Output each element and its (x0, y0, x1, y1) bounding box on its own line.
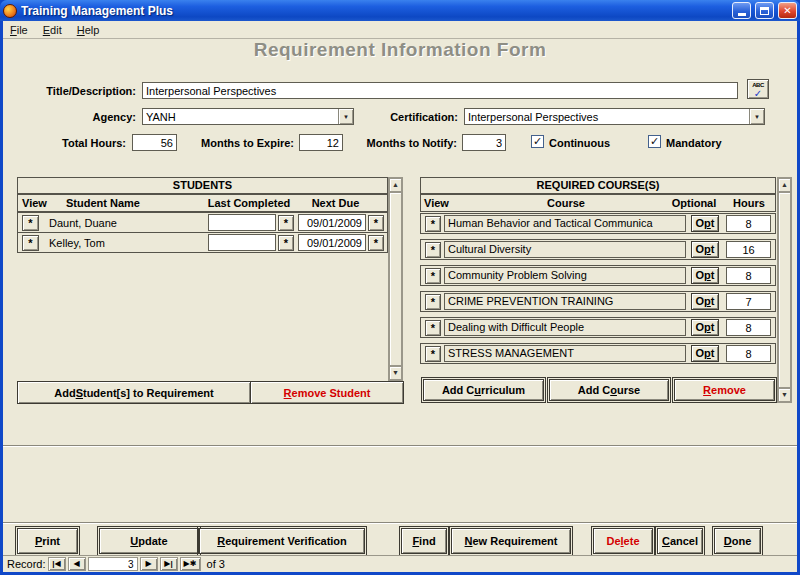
app-window: Training Management Plus ✕ File Edit Hel… (0, 0, 800, 575)
student-view-button[interactable]: * (22, 215, 39, 231)
cancel-button[interactable]: Cancel (657, 528, 703, 554)
certification-combobox[interactable]: Interpersonal Perspectives ▼ (464, 108, 765, 125)
agency-value: YANH (146, 111, 338, 123)
current-record-input[interactable] (88, 557, 138, 571)
course-opt-button[interactable]: Opt (691, 267, 719, 284)
student-next-due-button[interactable]: * (368, 235, 384, 251)
course-hours-input[interactable] (726, 241, 771, 258)
find-button[interactable]: Find (401, 528, 447, 554)
record-navigator: Record: |◀ ◀ ▶ ▶| ▶✱ of 3 (3, 555, 797, 572)
course-row: * Cultural Diversity Opt (420, 239, 776, 260)
course-row: * Human Behavior and Tactical Communica … (420, 213, 776, 234)
students-col-last-completed: Last Completed (193, 197, 305, 209)
menu-bar: File Edit Help (3, 21, 797, 39)
scroll-up-icon[interactable]: ▲ (778, 178, 791, 192)
divider (3, 445, 797, 447)
student-last-completed-button[interactable]: * (278, 215, 294, 231)
courses-scrollbar-thumb[interactable] (778, 192, 791, 388)
course-hours-input[interactable] (726, 267, 771, 284)
course-view-button[interactable]: * (425, 346, 441, 362)
student-last-completed-input[interactable] (208, 214, 276, 231)
agency-label: Agency: (56, 111, 136, 123)
course-row: * CRIME PREVENTION TRAINING Opt (420, 291, 776, 312)
months-to-notify-input[interactable] (462, 134, 506, 151)
close-button[interactable]: ✕ (778, 2, 797, 19)
courses-scrollbar[interactable]: ▲ ▼ (777, 177, 792, 403)
menu-edit[interactable]: Edit (43, 24, 62, 36)
add-course-button[interactable]: Add Course (549, 379, 669, 401)
course-name-field[interactable]: Dealing with Difficult People (444, 319, 686, 336)
certification-dropdown-icon[interactable]: ▼ (749, 109, 764, 124)
print-button[interactable]: Print (17, 528, 78, 554)
continuous-checkbox[interactable]: ✓ (531, 135, 544, 148)
course-hours-input[interactable] (726, 215, 771, 232)
first-record-button[interactable]: |◀ (48, 557, 66, 571)
requirement-verification-button[interactable]: Requirement Verification (199, 528, 365, 554)
previous-record-button[interactable]: ◀ (68, 557, 86, 571)
course-name-field[interactable]: Community Problem Solving (444, 267, 686, 284)
course-view-button[interactable]: * (425, 320, 441, 336)
maximize-button[interactable] (755, 2, 774, 19)
total-hours-input[interactable] (132, 134, 177, 151)
course-row: * Community Problem Solving Opt (420, 265, 776, 286)
student-next-due-input[interactable] (298, 214, 366, 231)
course-hours-input[interactable] (726, 319, 771, 336)
menu-help[interactable]: Help (77, 24, 100, 36)
title-description-input[interactable] (142, 82, 738, 99)
mandatory-checkbox[interactable]: ✓ (648, 135, 661, 148)
new-record-button[interactable]: ▶✱ (180, 557, 201, 571)
window-title: Training Management Plus (21, 4, 728, 18)
delete-button[interactable]: Delete (593, 528, 653, 554)
course-row: * STRESS MANAGEMENT Opt (420, 343, 776, 364)
course-view-button[interactable]: * (425, 268, 441, 284)
last-record-button[interactable]: ▶| (160, 557, 178, 571)
remove-course-button[interactable]: Remove (674, 379, 775, 401)
students-scrollbar-thumb[interactable] (389, 192, 402, 366)
scroll-up-icon[interactable]: ▲ (389, 178, 402, 192)
course-opt-button[interactable]: Opt (691, 215, 719, 232)
course-opt-button[interactable]: Opt (691, 319, 719, 336)
student-last-completed-input[interactable] (208, 234, 276, 251)
course-opt-button[interactable]: Opt (691, 241, 719, 258)
add-students-button[interactable]: Add Student[s] to Requirement (17, 381, 251, 404)
course-name-field[interactable]: STRESS MANAGEMENT (444, 345, 686, 362)
remove-student-button[interactable]: Remove Student (250, 381, 404, 404)
scroll-down-icon[interactable]: ▼ (778, 388, 791, 402)
update-button[interactable]: Update (99, 528, 199, 554)
student-next-due-input[interactable] (298, 234, 366, 251)
spell-check-button[interactable]: ABC ✓ (747, 79, 769, 99)
course-name-field[interactable]: Cultural Diversity (444, 241, 686, 258)
title-description-label: Title/Description: (23, 85, 136, 97)
agency-dropdown-icon[interactable]: ▼ (338, 109, 353, 124)
students-scrollbar[interactable]: ▲ ▼ (388, 177, 403, 381)
course-name-field[interactable]: Human Behavior and Tactical Communica (444, 215, 686, 232)
add-curriculum-button[interactable]: Add Curriculum (423, 379, 544, 401)
course-opt-button[interactable]: Opt (691, 345, 719, 362)
scroll-down-icon[interactable]: ▼ (389, 366, 402, 380)
course-hours-input[interactable] (726, 345, 771, 362)
form-body: File Edit Help Requirement Information F… (3, 21, 797, 572)
course-view-button[interactable]: * (425, 294, 441, 310)
student-name: Daunt, Duane (49, 217, 117, 229)
course-view-button[interactable]: * (425, 216, 441, 232)
done-button[interactable]: Done (714, 528, 761, 554)
course-hours-input[interactable] (726, 293, 771, 310)
minimize-button[interactable] (732, 2, 751, 19)
months-to-expire-input[interactable] (299, 134, 343, 151)
student-last-completed-button[interactable]: * (278, 235, 294, 251)
courses-col-course: Course (511, 197, 621, 209)
new-requirement-button[interactable]: New Requirement (451, 528, 571, 554)
menu-file[interactable]: File (10, 24, 28, 36)
student-next-due-button[interactable]: * (368, 215, 384, 231)
course-name-field[interactable]: CRIME PREVENTION TRAINING (444, 293, 686, 310)
course-view-button[interactable]: * (425, 242, 441, 258)
course-opt-button[interactable]: Opt (691, 293, 719, 310)
next-record-button[interactable]: ▶ (140, 557, 158, 571)
months-to-expire-label: Months to Expire: (194, 137, 294, 149)
close-icon: ✕ (783, 5, 791, 16)
agency-combobox[interactable]: YANH ▼ (142, 108, 354, 125)
months-to-notify-label: Months to Notify: (357, 137, 457, 149)
student-view-button[interactable]: * (22, 235, 39, 251)
maximize-icon (760, 7, 769, 15)
total-hours-label: Total Hours: (46, 137, 126, 149)
